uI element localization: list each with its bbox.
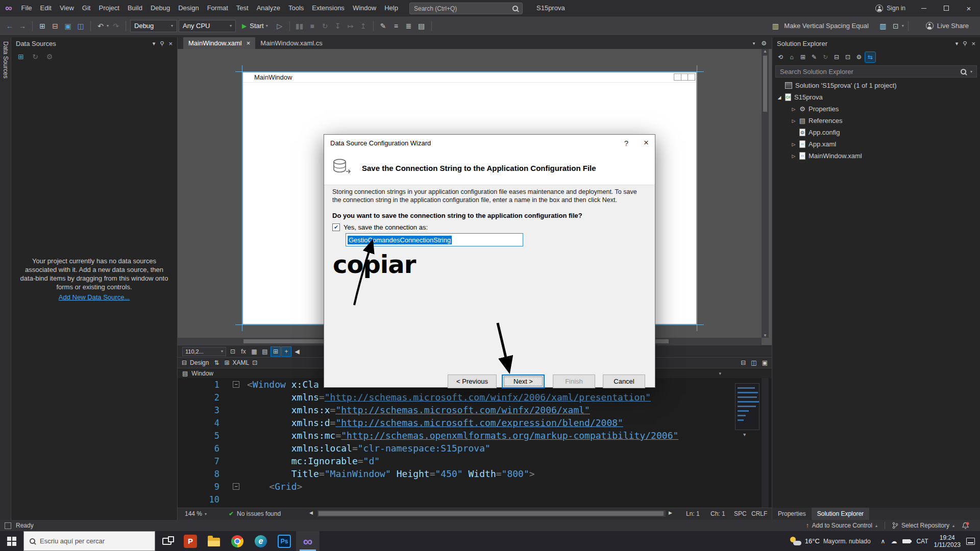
health-indicator[interactable]: ✔ No issues found bbox=[229, 510, 281, 517]
open-file-icon[interactable]: ⊟ bbox=[50, 20, 61, 32]
quick-search-box[interactable]: Search (Ctrl+Q) bbox=[409, 3, 523, 14]
step-over-icon[interactable]: ↦ bbox=[345, 20, 356, 32]
snap-to-grid-icon[interactable]: ⊞ bbox=[271, 347, 280, 356]
data-sources-vertical-tab[interactable]: Data Sources bbox=[2, 37, 9, 79]
start-debugging-button[interactable]: ▶ Start ▾ bbox=[237, 20, 273, 32]
show-all-files-icon[interactable]: ⊡ bbox=[843, 52, 853, 62]
code-minimap[interactable] bbox=[735, 383, 760, 430]
menu-file[interactable]: File bbox=[17, 0, 36, 16]
weather-widget[interactable]: 16°C Mayorm. nublado bbox=[785, 531, 876, 551]
document-well-options-icon[interactable]: ⚙ bbox=[761, 40, 767, 47]
code-text[interactable]: xmlns:local="clr-namespace:S15prova" bbox=[247, 443, 491, 454]
make-vertical-spacing-equal-button[interactable]: ▥ Make Vertical Spacing Equal bbox=[770, 20, 868, 32]
redo-icon[interactable]: ↷ bbox=[110, 20, 121, 32]
fold-toggle-icon[interactable]: − bbox=[233, 381, 239, 388]
menu-design[interactable]: Design bbox=[174, 0, 203, 16]
tab-mainwindow-xaml[interactable]: MainWindow.xaml× bbox=[183, 37, 255, 49]
configure-data-source-icon[interactable]: ⚙ bbox=[44, 51, 55, 62]
scroll-left-icon[interactable]: ◀ bbox=[309, 510, 313, 515]
undo-icon[interactable]: ↶ bbox=[95, 20, 106, 32]
spacing-options-icon[interactable]: ▥ bbox=[877, 20, 889, 32]
break-all-icon[interactable]: ▮▮ bbox=[294, 20, 305, 32]
effects-fx-icon[interactable]: fx bbox=[239, 347, 248, 356]
zoom-fit-icon[interactable]: ⊡ bbox=[228, 347, 237, 356]
editor-zoom-dropdown[interactable]: 144 % ▾ bbox=[185, 510, 207, 517]
popout-icon[interactable]: ⊡ bbox=[252, 359, 257, 366]
new-project-icon[interactable]: ⊞ bbox=[37, 20, 48, 32]
code-text[interactable]: <Grid> bbox=[247, 481, 302, 492]
edit-markup-icon[interactable]: ✎ bbox=[378, 20, 389, 32]
add-new-data-source-link[interactable]: Add New Data Source... bbox=[11, 293, 177, 301]
tree-item-mainwindow-xaml[interactable]: ▷‹›MainWindow.xaml bbox=[772, 150, 980, 162]
tab-mainwindow-xaml-cs[interactable]: MainWindow.xaml.cs bbox=[255, 37, 327, 49]
cancel-button[interactable]: Cancel bbox=[603, 374, 645, 388]
minimize-button[interactable] bbox=[913, 0, 935, 16]
menu-view[interactable]: View bbox=[56, 0, 78, 16]
select-repository-button[interactable]: Select Repository ▴ bbox=[892, 522, 954, 529]
sync-with-active-document-icon[interactable]: ⇆ bbox=[865, 52, 875, 62]
split-vertical-icon[interactable]: ◫ bbox=[751, 359, 756, 366]
keyboard-language[interactable]: CAT bbox=[916, 538, 928, 545]
connection-name-input[interactable]: GestioComandesConnectionString bbox=[346, 233, 523, 246]
menu-debug[interactable]: Debug bbox=[146, 0, 174, 16]
forward-icon[interactable]: → bbox=[17, 20, 28, 32]
step-into-icon[interactable]: ↧ bbox=[332, 20, 344, 32]
help-button[interactable]: ? bbox=[624, 139, 628, 147]
code-text[interactable]: Title="MainWindow" Height="450" Width="8… bbox=[247, 468, 535, 479]
hidden-icons-chevron-icon[interactable]: ∧ bbox=[881, 538, 886, 545]
scrollbar-thumb[interactable] bbox=[763, 56, 767, 112]
menu-tools[interactable]: Tools bbox=[284, 0, 308, 16]
snap-to-guides-icon[interactable]: + bbox=[282, 347, 291, 356]
line-ending-indicator[interactable]: CRLF bbox=[751, 510, 767, 517]
tool-tab-properties[interactable]: Properties bbox=[772, 508, 812, 520]
file-explorer-icon[interactable] bbox=[202, 531, 226, 551]
back-forward-icon[interactable]: ⟲ bbox=[775, 52, 786, 62]
editor-vertical-scrollbar[interactable] bbox=[762, 378, 769, 508]
expander-icon[interactable]: ▷ bbox=[790, 118, 798, 123]
battery-icon[interactable] bbox=[902, 539, 911, 543]
tree-item-app-config[interactable]: ⚙App.config bbox=[772, 127, 980, 138]
xaml-code-editor[interactable]: 1−<Window x:Cla2 xmlns="http://schemas.m… bbox=[178, 378, 772, 508]
menu-window[interactable]: Window bbox=[349, 0, 380, 16]
align-centers-icon[interactable]: ≣ bbox=[403, 20, 414, 32]
onedrive-cloud-icon[interactable]: ☁ bbox=[891, 538, 897, 545]
start-button[interactable] bbox=[0, 531, 23, 551]
menu-format[interactable]: Format bbox=[203, 0, 232, 16]
chevron-down-icon[interactable]: ▾ bbox=[753, 41, 755, 46]
tree-item-references[interactable]: ▷▤References bbox=[772, 115, 980, 127]
menu-build[interactable]: Build bbox=[124, 0, 146, 16]
code-text[interactable]: xmlns:d="http://schemas.microsoft.com/ex… bbox=[247, 417, 623, 428]
properties-icon[interactable]: ⚙ bbox=[854, 52, 864, 62]
swap-panes-icon[interactable]: ⇅ bbox=[214, 359, 219, 366]
tool-tab-solution-explorer[interactable]: Solution Explorer bbox=[812, 508, 869, 520]
scroll-down-icon[interactable]: ▼ bbox=[763, 333, 767, 338]
taskbar-clock[interactable]: 19:24 1/11/2023 bbox=[934, 534, 961, 548]
maximize-button[interactable] bbox=[935, 0, 958, 16]
stop-icon[interactable]: ■ bbox=[307, 20, 318, 32]
close-icon[interactable]: × bbox=[168, 40, 173, 47]
chevron-down-icon[interactable]: ▾ bbox=[719, 371, 767, 376]
sign-in-button[interactable]: Sign in bbox=[868, 5, 913, 12]
home-icon[interactable]: ⌂ bbox=[787, 52, 797, 62]
align-lefts-icon[interactable]: ≡ bbox=[390, 20, 402, 32]
spaces-indicator[interactable]: SPC bbox=[734, 510, 747, 517]
photoshop-icon[interactable]: Ps bbox=[273, 531, 296, 551]
switch-views-icon[interactable]: ⊞ bbox=[798, 52, 808, 62]
expander-icon[interactable]: ◢ bbox=[775, 95, 783, 100]
dialog-titlebar[interactable]: Data Source Configuration Wizard ? × bbox=[324, 135, 655, 151]
code-text[interactable]: mc:Ignorable="d" bbox=[247, 456, 380, 466]
save-connection-checkbox[interactable]: ✔ bbox=[332, 223, 340, 231]
visual-studio-icon[interactable]: ∞ bbox=[296, 531, 320, 551]
editor-horizontal-scrollbar[interactable] bbox=[317, 510, 666, 517]
scrollbar-thumb[interactable] bbox=[318, 511, 664, 516]
menu-extensions[interactable]: Extensions bbox=[308, 0, 349, 16]
split-horizontal-icon[interactable]: ⊟ bbox=[741, 359, 746, 366]
start-without-debugging-icon[interactable]: ▷ bbox=[274, 20, 285, 32]
layout-grid-icon[interactable]: ▤ bbox=[416, 20, 427, 32]
pin-icon[interactable]: ⚲ bbox=[963, 40, 967, 47]
expander-icon[interactable]: ▷ bbox=[790, 154, 798, 159]
undo-caret-icon[interactable]: ▾ bbox=[107, 23, 109, 28]
dialog-close-button[interactable]: × bbox=[644, 138, 649, 148]
tree-item-app-xaml[interactable]: ▷‹›App.xaml bbox=[772, 138, 980, 150]
back-icon[interactable]: ← bbox=[4, 20, 15, 32]
